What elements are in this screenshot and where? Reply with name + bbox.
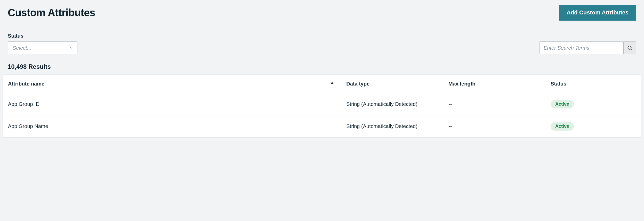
table-row[interactable]: App Group ID String (Automatically Detec… — [3, 93, 641, 115]
cell-attribute-name: App Group ID — [3, 93, 341, 115]
results-count: 10,498 Results — [8, 63, 636, 70]
status-badge: Active — [551, 100, 574, 108]
cell-data-type: String (Automatically Detected) — [341, 115, 443, 138]
cell-max-length: -- — [443, 115, 545, 138]
cell-data-type: String (Automatically Detected) — [341, 93, 443, 115]
table-row[interactable]: App Group Name String (Automatically Det… — [3, 115, 641, 138]
cell-max-length: -- — [443, 93, 545, 115]
search-input[interactable] — [539, 41, 623, 54]
column-header-max-length[interactable]: Max length — [443, 75, 545, 93]
status-select[interactable]: Select... — [8, 41, 77, 54]
status-select-placeholder: Select... — [13, 45, 31, 51]
attributes-table: Attribute name Data type Max length Stat… — [3, 74, 641, 138]
column-header-type[interactable]: Data type — [341, 75, 443, 93]
cell-attribute-name: App Group Name — [3, 115, 341, 138]
column-header-status[interactable]: Status — [545, 75, 641, 93]
add-custom-attributes-button[interactable]: Add Custom Attributes — [559, 5, 636, 21]
svg-line-1 — [631, 49, 632, 50]
column-header-name-label: Attribute name — [8, 81, 44, 87]
sort-asc-icon — [330, 82, 334, 84]
search-icon — [627, 45, 633, 51]
column-header-name[interactable]: Attribute name — [3, 75, 341, 93]
status-badge: Active — [551, 122, 574, 131]
status-filter-label: Status — [8, 33, 77, 39]
search-button[interactable] — [623, 41, 636, 54]
chevron-down-icon — [69, 46, 73, 50]
page-title: Custom Attributes — [8, 7, 95, 19]
